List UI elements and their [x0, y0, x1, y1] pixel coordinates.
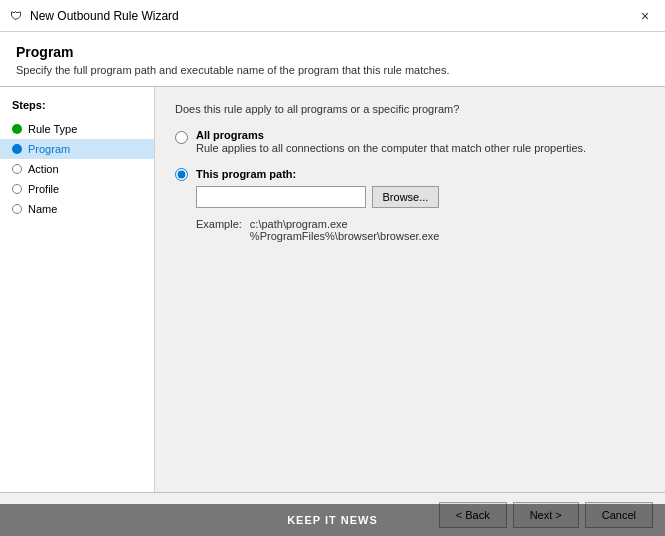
step-label-action: Action — [28, 163, 59, 175]
example-line-2: %ProgramFiles%\browser\browser.exe — [250, 230, 440, 242]
all-programs-desc: Rule applies to all connections on the c… — [196, 142, 586, 154]
page-title: Program — [16, 44, 649, 60]
body-area: Steps: Rule Type Program Action Profile … — [0, 87, 665, 492]
this-program-radio[interactable] — [175, 168, 188, 181]
sidebar-item-name[interactable]: Name — [0, 199, 154, 219]
example-line-1: c:\path\program.exe — [250, 218, 440, 230]
all-programs-radio[interactable] — [175, 131, 188, 144]
all-programs-label[interactable]: All programs — [196, 129, 586, 141]
app-icon: 🛡 — [8, 8, 24, 24]
sidebar-item-action[interactable]: Action — [0, 159, 154, 179]
path-input-row: Browse... — [196, 186, 439, 208]
right-panel: Does this rule apply to all programs or … — [155, 87, 665, 492]
example-values: c:\path\program.exe %ProgramFiles%\brows… — [250, 218, 440, 242]
step-dot-rule-type — [12, 124, 22, 134]
step-label-rule-type: Rule Type — [28, 123, 77, 135]
main-content: Program Specify the full program path an… — [0, 32, 665, 536]
step-label-name: Name — [28, 203, 57, 215]
steps-label: Steps: — [0, 99, 154, 119]
question-text: Does this rule apply to all programs or … — [175, 103, 645, 115]
this-program-label[interactable]: This program path: — [196, 168, 439, 180]
step-dot-program — [12, 144, 22, 154]
example-label: Example: — [196, 218, 242, 242]
program-path-input[interactable] — [196, 186, 366, 208]
this-program-content: This program path: Browse... Example: c:… — [196, 168, 439, 242]
step-dot-name — [12, 204, 22, 214]
title-text: New Outbound Rule Wizard — [30, 9, 179, 23]
header-area: Program Specify the full program path an… — [0, 32, 665, 87]
close-button[interactable]: × — [633, 4, 657, 28]
watermark-text: KEEP IT NEWS — [287, 514, 378, 526]
title-bar: 🛡 New Outbound Rule Wizard × — [0, 0, 665, 32]
step-label-program: Program — [28, 143, 70, 155]
all-programs-content: All programs Rule applies to all connect… — [196, 129, 586, 154]
sidebar-item-rule-type[interactable]: Rule Type — [0, 119, 154, 139]
sidebar-item-profile[interactable]: Profile — [0, 179, 154, 199]
step-dot-profile — [12, 184, 22, 194]
all-programs-option: All programs Rule applies to all connect… — [175, 129, 645, 154]
example-area: Example: c:\path\program.exe %ProgramFil… — [196, 218, 439, 242]
step-label-profile: Profile — [28, 183, 59, 195]
title-bar-left: 🛡 New Outbound Rule Wizard — [8, 8, 179, 24]
this-program-option: This program path: Browse... Example: c:… — [175, 166, 645, 242]
example-row: Example: c:\path\program.exe %ProgramFil… — [196, 218, 439, 242]
sidebar: Steps: Rule Type Program Action Profile … — [0, 87, 155, 492]
sidebar-item-program[interactable]: Program — [0, 139, 154, 159]
radio-group: All programs Rule applies to all connect… — [175, 129, 645, 242]
page-subtitle: Specify the full program path and execut… — [16, 64, 649, 76]
watermark-bar: KEEP IT NEWS — [0, 504, 665, 536]
step-dot-action — [12, 164, 22, 174]
browse-button[interactable]: Browse... — [372, 186, 440, 208]
